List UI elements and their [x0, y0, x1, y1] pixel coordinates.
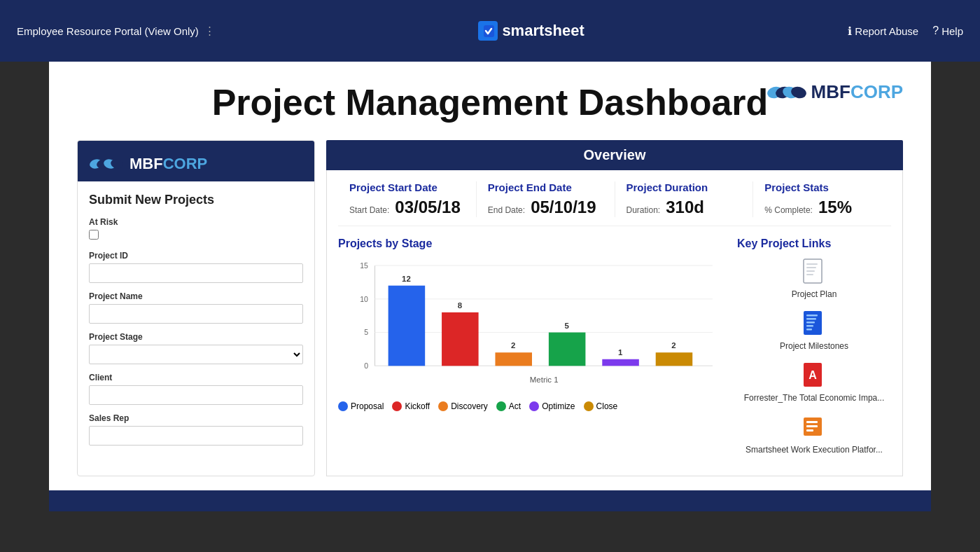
mbf-header-logo-text: MBFCORP: [130, 155, 207, 173]
project-id-group: Project ID: [89, 251, 303, 283]
at-risk-checkbox[interactable]: [89, 230, 99, 240]
project-plan-label: Project Plan: [792, 289, 837, 299]
chart-links-row: Projects by Stage: [338, 237, 891, 464]
stat-value-start-val: 03/05/18: [395, 198, 460, 217]
mbf-text-top: MBFCORP: [811, 81, 903, 103]
report-abuse-label: Report Abuse: [855, 25, 918, 37]
form-area: Submit New Projects At Risk Project ID P…: [78, 181, 314, 465]
stat-col-end: Project End Date End Date: 05/10/19: [477, 181, 615, 217]
svg-text:2: 2: [511, 341, 515, 350]
project-name-label: Project Name: [89, 291, 303, 301]
mbf-wings-top: [766, 83, 807, 102]
stat-value-end: End Date: 05/10/19: [488, 198, 603, 217]
link-project-plan[interactable]: Project Plan: [737, 257, 891, 299]
legend-label-optimize: Optimize: [542, 401, 575, 411]
stat-value-stats-val: 15%: [818, 198, 852, 217]
legend-label-proposal: Proposal: [351, 401, 384, 411]
portal-name-area: Employee Resource Portal (View Only) ⋮: [17, 25, 215, 37]
at-risk-label: At Risk: [89, 217, 303, 227]
svg-text:8: 8: [458, 301, 463, 310]
project-stage-label: Project Stage: [89, 332, 303, 342]
project-milestones-icon: [801, 309, 827, 338]
client-input[interactable]: [89, 385, 303, 405]
project-stage-select[interactable]: Proposal Kickoff Discovery Act Optimize …: [89, 345, 303, 364]
overview-header: Overview: [326, 140, 903, 170]
stat-col-duration: Project Duration Duration: 310d: [615, 181, 754, 217]
stat-title-end: Project End Date: [488, 181, 603, 193]
stats-row: Project Start Date Start Date: 03/05/18 …: [338, 181, 891, 226]
legend-kickoff: Kickoff: [392, 401, 430, 411]
svg-rect-39: [806, 421, 818, 423]
form-title: Submit New Projects: [89, 193, 303, 207]
stat-label-end: End Date:: [488, 205, 525, 215]
sales-rep-label: Sales Rep: [89, 413, 303, 423]
svg-text:2: 2: [671, 341, 676, 350]
logo-area: smartsheet: [478, 21, 584, 41]
report-abuse-icon: ℹ: [848, 25, 852, 38]
stat-label-duration: Duration:: [626, 205, 661, 215]
stat-col-stats: Project Stats % Complete: 15%: [753, 181, 891, 217]
bottom-bar: [49, 490, 931, 511]
smartsheet-logo: smartsheet: [478, 21, 584, 41]
svg-text:1: 1: [618, 348, 623, 357]
bar-discovery: [495, 352, 532, 366]
legend-label-kickoff: Kickoff: [405, 401, 430, 411]
forrester-icon: A: [801, 361, 827, 390]
svg-rect-32: [806, 318, 816, 320]
project-id-input[interactable]: [89, 263, 303, 283]
legend-discovery: Discovery: [438, 401, 488, 411]
sales-rep-group: Sales Rep: [89, 413, 303, 446]
help-icon: ?: [932, 25, 939, 37]
client-label: Client: [89, 373, 303, 382]
smartsheet-text: smartsheet: [502, 22, 584, 40]
legend-dot-discovery: [438, 401, 448, 411]
project-name-group: Project Name: [89, 291, 303, 324]
topbar: Employee Resource Portal (View Only) ⋮ s…: [0, 0, 980, 62]
svg-rect-35: [806, 329, 812, 331]
svg-text:5: 5: [564, 322, 569, 330]
svg-rect-27: [806, 267, 816, 268]
chart-svg: 0 5 10 15: [338, 256, 726, 396]
stat-label-start: Start Date:: [349, 205, 389, 215]
at-risk-group: At Risk: [89, 217, 303, 242]
stat-col-start: Project Start Date Start Date: 03/05/18: [338, 181, 477, 217]
bar-close: [656, 352, 693, 366]
svg-rect-40: [806, 425, 818, 427]
stat-value-end-val: 05/10/19: [531, 198, 596, 217]
svg-rect-28: [806, 270, 815, 272]
svg-rect-34: [806, 325, 813, 327]
left-panel-header: MBFCORP: [78, 141, 314, 181]
link-smartsheet-work[interactable]: Smartsheet Work Execution Platfor...: [737, 413, 891, 455]
mbfcorp-logo-top: MBFCORP: [766, 81, 903, 103]
legend-proposal: Proposal: [338, 401, 384, 411]
legend-dot-act: [496, 401, 506, 411]
help-link[interactable]: ? Help: [932, 25, 963, 37]
chart-legend: Proposal Kickoff Discovery: [338, 401, 726, 411]
svg-rect-29: [806, 274, 813, 275]
dashboard-body: MBFCORP Submit New Projects At Risk Proj…: [77, 140, 903, 476]
page-title-area: Project Management Dashboard MBFCORP: [77, 81, 903, 123]
link-forrester[interactable]: A Forrester_The Total Economic Impa...: [737, 361, 891, 403]
stat-value-stats: % Complete: 15%: [764, 198, 880, 217]
legend-label-act: Act: [509, 401, 521, 411]
svg-rect-31: [806, 315, 818, 317]
bar-optimize: [602, 359, 639, 366]
legend-act: Act: [496, 401, 521, 411]
topbar-dots[interactable]: ⋮: [204, 25, 215, 37]
sales-rep-input[interactable]: [89, 426, 303, 446]
legend-optimize: Optimize: [529, 401, 575, 411]
svg-text:0: 0: [364, 361, 368, 370]
stat-value-start: Start Date: 03/05/18: [349, 198, 465, 217]
project-name-input[interactable]: [89, 304, 303, 324]
svg-rect-33: [806, 322, 815, 324]
project-milestones-label: Project Milestones: [780, 341, 848, 351]
project-id-label: Project ID: [89, 251, 303, 261]
stat-label-stats: % Complete:: [764, 205, 813, 215]
portal-name: Employee Resource Portal (View Only): [17, 25, 199, 37]
report-abuse-link[interactable]: ℹ Report Abuse: [848, 25, 918, 38]
stat-title-start: Project Start Date: [349, 181, 465, 193]
legend-dot-optimize: [529, 401, 539, 411]
right-panel: Overview Project Start Date Start Date: …: [326, 140, 903, 476]
link-project-milestones[interactable]: Project Milestones: [737, 309, 891, 351]
legend-dot-close: [584, 401, 594, 411]
